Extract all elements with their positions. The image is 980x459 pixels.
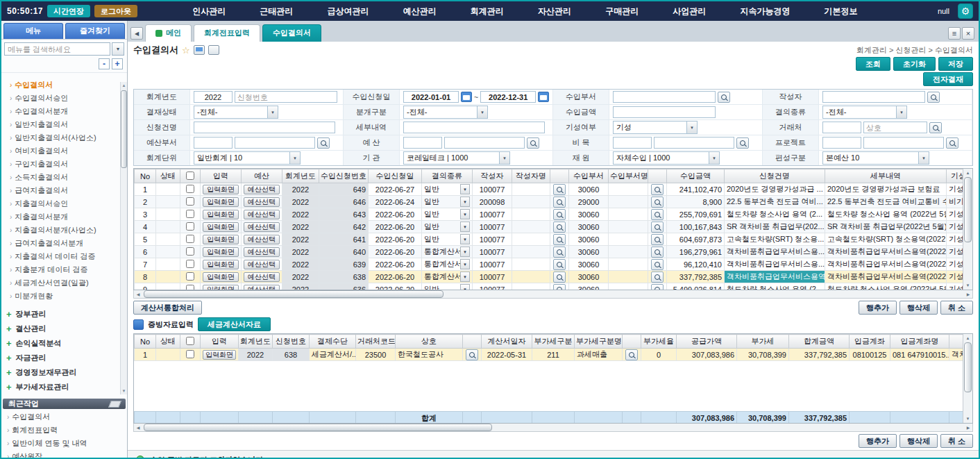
cell-year[interactable]: 2022 bbox=[282, 208, 319, 221]
calendar-icon[interactable] bbox=[538, 92, 549, 102]
cell-button[interactable]: 예산선택 bbox=[244, 185, 280, 194]
search-button[interactable] bbox=[651, 272, 664, 283]
col-type[interactable]: 결의종류 bbox=[422, 169, 473, 183]
cell-case[interactable]: 객차비품취급업무서비스용... bbox=[725, 258, 825, 271]
cell-button[interactable]: 입력화면 bbox=[203, 260, 239, 269]
cell-type[interactable]: 통합계산서▼ bbox=[422, 246, 473, 258]
detail-input[interactable] bbox=[403, 122, 545, 133]
row-checkbox[interactable] bbox=[186, 260, 194, 268]
menu-tree-item[interactable]: ›소득지출결의서 bbox=[10, 171, 126, 184]
cell-chk[interactable] bbox=[180, 246, 201, 258]
cell-detail[interactable]: 객차비품취급업무서비스용역(2022년5월) 기성 bbox=[825, 246, 947, 258]
cell-deptname[interactable] bbox=[609, 196, 648, 208]
col-deptname[interactable]: 수입부서명 bbox=[609, 169, 648, 183]
col-chk[interactable] bbox=[180, 169, 201, 183]
menu-group-item[interactable]: +결산관리 bbox=[6, 322, 126, 336]
reset-button[interactable]: 초기화 bbox=[893, 57, 936, 71]
screen-icon[interactable] bbox=[194, 45, 205, 55]
cell-reqno[interactable]: 638 bbox=[273, 349, 310, 361]
delete-row-button[interactable]: 행삭제 bbox=[899, 301, 938, 315]
cell-detail[interactable]: 객차비품취급업무서비스용역(2022년5월) 기성 bbox=[825, 271, 947, 283]
cell-no[interactable]: 9 bbox=[135, 283, 156, 290]
top-menu-item[interactable]: 기본정보 bbox=[825, 6, 858, 17]
cell-writer[interactable]: 200098 bbox=[473, 196, 512, 208]
search-button[interactable] bbox=[553, 222, 566, 233]
cell-button[interactable]: 입력화면 bbox=[203, 197, 239, 207]
menu-tree-item[interactable]: ›지출결의서분개 bbox=[10, 210, 126, 224]
cell-chk[interactable] bbox=[180, 196, 201, 208]
recent-work-item[interactable]: ›일반이체 연동 및 내역 bbox=[7, 437, 126, 450]
table-row[interactable]: 8입력화면예산선택20226382022-06-20통합계산서▼10007730… bbox=[135, 271, 963, 283]
cell-s2[interactable] bbox=[648, 246, 667, 258]
save-button[interactable]: 저장 bbox=[938, 57, 973, 71]
cell-writername[interactable] bbox=[512, 221, 550, 233]
tab-favorites[interactable]: 즐겨찾기 bbox=[65, 23, 125, 39]
scrollbar-thumb[interactable] bbox=[144, 424, 492, 431]
cell-status[interactable] bbox=[156, 258, 180, 271]
search-button[interactable] bbox=[553, 209, 566, 220]
tax-invoice-data-button[interactable]: 세금계산서자료 bbox=[198, 317, 271, 331]
cell-case[interactable]: 객차비품취급업무서비스용역 bbox=[725, 271, 825, 283]
capture-icon[interactable] bbox=[208, 45, 219, 55]
cell-input[interactable]: 입력화면 bbox=[201, 283, 242, 290]
cell-detail[interactable]: 2020년도 경영평가성과급 보험료 bbox=[825, 183, 947, 196]
cell-dept[interactable]: 30060 bbox=[569, 271, 609, 283]
cell-s1[interactable] bbox=[463, 349, 482, 361]
col-taxdate[interactable]: 계산서일자 bbox=[482, 335, 532, 349]
cell-no[interactable]: 6 bbox=[135, 246, 156, 258]
cell-input[interactable]: 입력화면 bbox=[201, 233, 242, 246]
cell-type[interactable]: 일반▼ bbox=[422, 221, 473, 233]
menu-tree-item[interactable]: ›지출결의서승인 bbox=[10, 197, 126, 210]
col-no[interactable]: No bbox=[135, 169, 156, 183]
cell-deptname[interactable] bbox=[609, 233, 648, 246]
extend-time-button[interactable]: 시간연장 bbox=[47, 5, 90, 17]
tab-list-button[interactable]: ≡ bbox=[948, 27, 961, 40]
col-year[interactable]: 회계년도 bbox=[282, 169, 319, 183]
row-checkbox[interactable] bbox=[186, 285, 194, 290]
search-button[interactable] bbox=[553, 259, 566, 270]
cell-reqno[interactable]: 643 bbox=[319, 208, 369, 221]
col-amount[interactable]: 수입금액 bbox=[667, 169, 725, 183]
cell-status[interactable] bbox=[156, 233, 180, 246]
cell-s1[interactable] bbox=[550, 208, 569, 221]
cell-s2[interactable] bbox=[648, 233, 667, 246]
table-row[interactable]: 9입력화면예산선택20226362022-06-20일반▼10007730060… bbox=[135, 283, 963, 290]
scrollbar-thumb[interactable] bbox=[144, 290, 443, 298]
cell-input[interactable]: 입력화면 bbox=[201, 246, 242, 258]
cell-writername[interactable] bbox=[512, 196, 550, 208]
cell-case[interactable]: SR 객차비품 취급업무(202... bbox=[725, 221, 825, 233]
budget-type-select[interactable]: 본예산 10▼ bbox=[822, 151, 929, 165]
menu-tree-item[interactable]: ›지출결의서 데이터 검증 bbox=[10, 250, 126, 263]
menu-tree-item[interactable]: ›세금계산서연결(일괄) bbox=[10, 276, 126, 290]
cell-writername[interactable] bbox=[512, 258, 550, 271]
recent-work-item[interactable]: ›회계전표입력 bbox=[7, 424, 126, 437]
cell-writername[interactable] bbox=[512, 183, 550, 196]
search-button[interactable] bbox=[651, 197, 664, 208]
cell-reqdate[interactable]: 2022-06-20 bbox=[369, 271, 422, 283]
cell-account[interactable]: 08100125 bbox=[850, 349, 890, 361]
col-writername[interactable]: 작성자명 bbox=[512, 169, 550, 183]
menu-tree-item[interactable]: ›지출결의서분개(사업소) bbox=[10, 224, 126, 237]
cell-vendor[interactable]: 한국철도공사 bbox=[396, 349, 463, 361]
cell-reqdate[interactable]: 2022-06-20 bbox=[369, 283, 422, 290]
fund-source-select[interactable]: 자체수입 | 1000▼ bbox=[613, 151, 720, 165]
cell-accountname[interactable]: 081 647910015... bbox=[890, 349, 949, 361]
cell-writer[interactable]: 100077 bbox=[473, 183, 512, 196]
cell-status[interactable] bbox=[156, 196, 180, 208]
cell-deptname[interactable] bbox=[609, 208, 648, 221]
col-s2[interactable] bbox=[648, 169, 667, 183]
row-checkbox[interactable] bbox=[186, 272, 194, 281]
cell-taxdate[interactable]: 2022-05-31 bbox=[482, 349, 532, 361]
evidence-grid-vertical-scrollbar[interactable]: ▲ ▼ bbox=[963, 334, 972, 423]
sidebar-scrollbar[interactable]: ▲ ▼ bbox=[120, 82, 127, 394]
cell-year[interactable]: 2022 bbox=[282, 233, 319, 246]
search-button[interactable] bbox=[553, 234, 566, 245]
cell-button[interactable]: 예산선택 bbox=[244, 197, 280, 207]
col-chk[interactable] bbox=[180, 335, 201, 349]
cell-s2[interactable] bbox=[648, 271, 667, 283]
cell-detail[interactable]: SR 객차비품 취급업무(2022년 5월) 기성 bbox=[825, 221, 947, 233]
search-button[interactable] bbox=[651, 222, 664, 233]
cell-deptname[interactable] bbox=[609, 258, 648, 271]
search-button[interactable] bbox=[651, 247, 664, 258]
menu-tree-item[interactable]: ›지출분개 데이터 검증 bbox=[10, 263, 126, 276]
